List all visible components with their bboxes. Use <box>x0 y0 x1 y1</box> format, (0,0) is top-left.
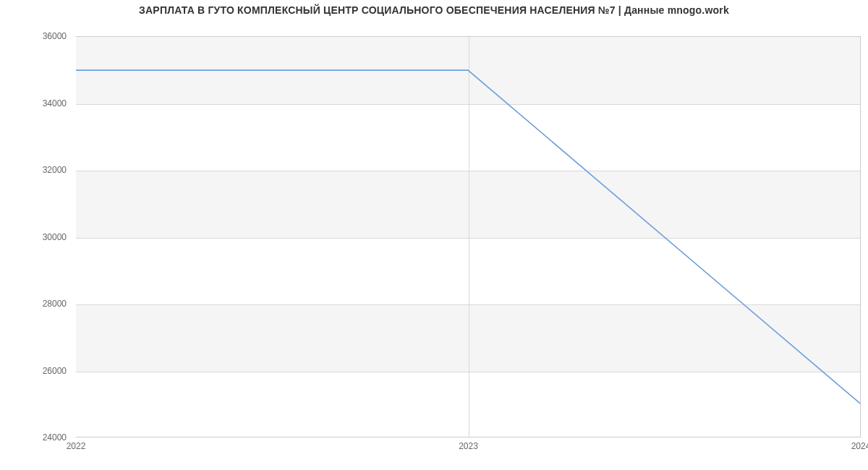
x-tick-label: 2024 <box>851 441 868 451</box>
y-tick-label: 28000 <box>43 299 67 309</box>
x-axis-ticks: 2022 2023 2024 <box>76 438 861 453</box>
y-tick-label: 24000 <box>43 432 67 443</box>
y-tick-label: 34000 <box>43 98 67 108</box>
plot-area <box>76 36 861 437</box>
y-tick-label: 26000 <box>43 366 67 376</box>
y-tick-label: 32000 <box>43 165 67 175</box>
line-layer <box>76 37 860 437</box>
x-tick-label: 2023 <box>459 441 478 451</box>
y-tick-label: 36000 <box>43 31 67 41</box>
chart-container: ЗАРПЛАТА В ГУТО КОМПЛЕКСНЫЙ ЦЕНТР СОЦИАЛ… <box>0 0 868 470</box>
x-tick-label: 2022 <box>67 441 86 451</box>
chart-title: ЗАРПЛАТА В ГУТО КОМПЛЕКСНЫЙ ЦЕНТР СОЦИАЛ… <box>0 4 868 16</box>
y-tick-label: 30000 <box>43 232 67 242</box>
y-axis-ticks: 24000 26000 28000 30000 32000 34000 3600… <box>0 36 72 437</box>
series-line <box>76 70 860 403</box>
